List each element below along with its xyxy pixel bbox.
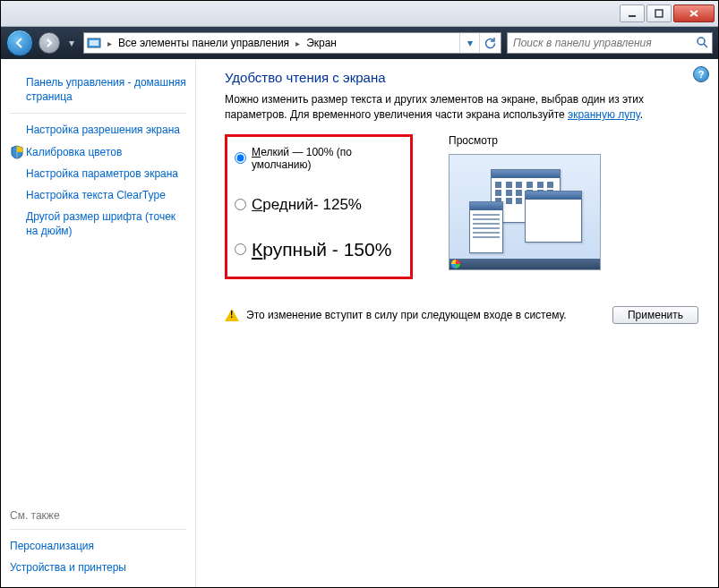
control-panel-window: ▾ ▸ Все элементы панели управления ▸ Экр…	[0, 0, 719, 588]
svg-line-7	[704, 44, 707, 47]
sidebar: Панель управления - домашняя страница На…	[1, 59, 195, 587]
see-also-personalization[interactable]: Персонализация	[10, 535, 186, 557]
back-button[interactable]	[6, 30, 33, 56]
separator	[10, 529, 186, 530]
sidebar-link-calibrate[interactable]: Калибровка цветов	[26, 141, 122, 163]
history-dropdown[interactable]: ▾	[65, 32, 78, 54]
option-label: Крупный - 150%	[252, 239, 391, 260]
warning-icon	[225, 309, 239, 321]
search-input[interactable]	[511, 36, 696, 50]
see-also-devices[interactable]: Устройства и принтеры	[10, 557, 186, 578]
separator	[10, 113, 186, 114]
body: Панель управления - домашняя страница На…	[1, 59, 718, 587]
sidebar-link-cleartype[interactable]: Настройка текста ClearType	[10, 184, 186, 206]
radio-medium[interactable]	[235, 199, 246, 210]
radio-large[interactable]	[235, 243, 246, 255]
breadcrumb-segment[interactable]: Все элементы панели управления	[117, 37, 290, 49]
breadcrumb-arrow-icon: ▸	[106, 38, 114, 48]
help-icon[interactable]: ?	[693, 66, 709, 82]
refresh-button[interactable]	[479, 33, 499, 53]
address-dropdown-icon[interactable]: ▾	[459, 33, 479, 53]
sidebar-link-display-settings[interactable]: Настройка параметров экрана	[10, 163, 186, 184]
close-button[interactable]	[673, 4, 715, 22]
option-medium[interactable]: Средний- 125%	[235, 196, 403, 214]
preview-image	[449, 154, 601, 270]
address-bar[interactable]: ▸ Все элементы панели управления ▸ Экран…	[83, 32, 501, 54]
svg-rect-5	[90, 40, 98, 46]
warning-text: Это изменение вступит в силу при следующ…	[246, 309, 567, 321]
search-icon[interactable]	[696, 36, 708, 51]
svg-rect-1	[655, 10, 663, 17]
minimize-button[interactable]	[620, 4, 645, 22]
preview-column: Просмотр	[449, 134, 601, 279]
sidebar-link-resolution[interactable]: Настройка разрешения экрана	[10, 119, 186, 141]
sidebar-link-custom-dpi[interactable]: Другой размер шрифта (точек на дюйм)	[10, 206, 186, 242]
radio-small[interactable]	[235, 152, 246, 164]
control-panel-home-link[interactable]: Панель управления - домашняя страница	[10, 72, 186, 107]
content-pane: ? Удобство чтения с экрана Можно изменит…	[195, 59, 718, 587]
svg-point-6	[698, 38, 705, 45]
location-icon	[86, 35, 102, 51]
warning-row: Это изменение вступит в силу при следующ…	[225, 306, 698, 324]
option-label: Средний- 125%	[252, 196, 362, 214]
option-label: Мелкий — 100% (по умолчанию)	[252, 146, 403, 171]
desc-text-end: .	[640, 108, 643, 121]
maximize-button[interactable]	[646, 4, 672, 22]
option-small[interactable]: Мелкий — 100% (по умолчанию)	[235, 146, 403, 171]
magnifier-link[interactable]: экранную лупу	[568, 108, 640, 121]
see-also-heading: См. также	[10, 509, 186, 524]
option-large[interactable]: Крупный - 150%	[235, 239, 403, 260]
forward-button[interactable]	[39, 32, 60, 54]
page-description: Можно изменить размер текста и других эл…	[225, 92, 698, 124]
breadcrumb-arrow-icon: ▸	[294, 38, 302, 48]
page-title: Удобство чтения с экрана	[225, 70, 698, 85]
search-box[interactable]	[507, 32, 713, 54]
titlebar	[1, 1, 718, 27]
breadcrumb-segment[interactable]: Экран	[305, 37, 338, 49]
preview-label: Просмотр	[449, 134, 601, 147]
size-options-group: Мелкий — 100% (по умолчанию) Средний- 12…	[225, 134, 413, 279]
apply-button[interactable]: Применить	[612, 306, 698, 324]
shield-icon	[10, 145, 24, 159]
navigation-bar: ▾ ▸ Все элементы панели управления ▸ Экр…	[1, 27, 718, 59]
